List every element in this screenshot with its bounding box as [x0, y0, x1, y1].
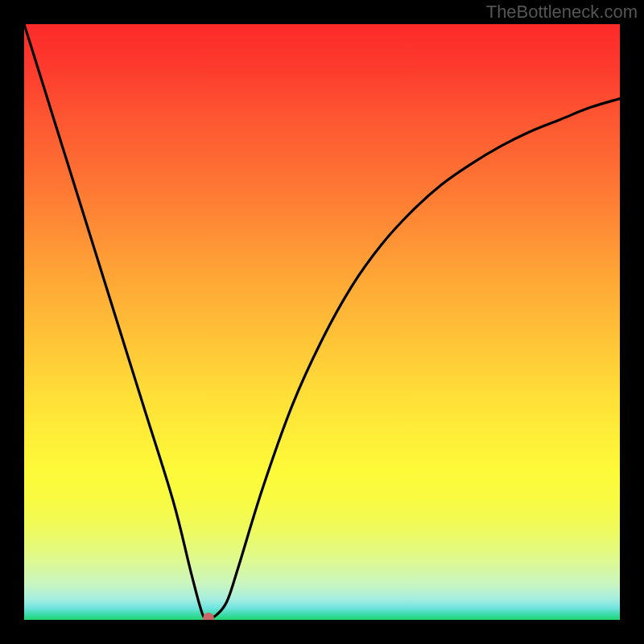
plot-area: [24, 24, 620, 620]
curve-svg: [24, 24, 620, 620]
bottleneck-curve-line: [24, 24, 620, 619]
watermark-text: TheBottleneck.com: [486, 2, 638, 23]
chart-frame: TheBottleneck.com: [0, 0, 644, 644]
optimal-point-marker: [203, 613, 214, 620]
